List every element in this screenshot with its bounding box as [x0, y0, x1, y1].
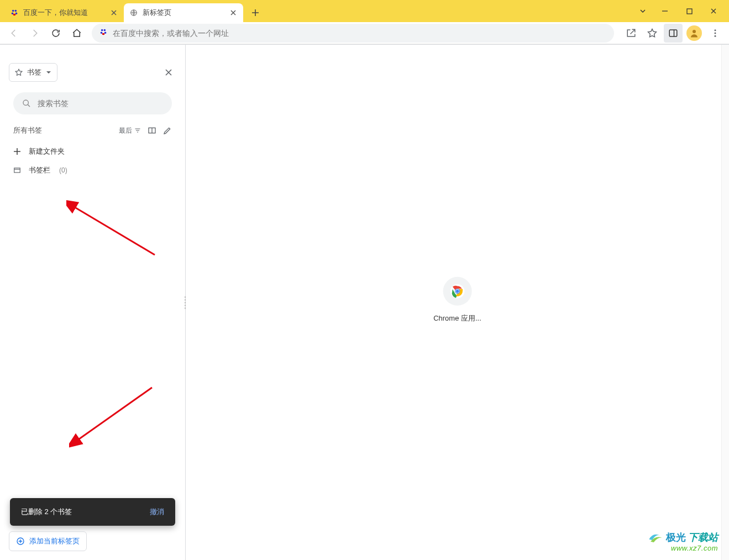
- bookmarks-search[interactable]: [13, 92, 172, 114]
- add-current-tab-button[interactable]: 添加当前标签页: [9, 531, 87, 551]
- watermark-brand-1: 极光: [666, 531, 686, 544]
- star-icon: [15, 69, 23, 76]
- watermark-swoosh-icon: [648, 531, 664, 543]
- plus-icon: [13, 148, 21, 155]
- sort-button[interactable]: 最后: [119, 126, 141, 135]
- grid-view-icon[interactable]: [148, 126, 156, 135]
- svg-point-7: [101, 29, 103, 32]
- reload-button[interactable]: [46, 24, 65, 43]
- address-bar[interactable]: [92, 24, 614, 43]
- svg-point-4: [13, 14, 16, 16]
- window-close-button[interactable]: [701, 2, 726, 20]
- globe-icon: [129, 8, 138, 17]
- scrollbar[interactable]: [721, 45, 729, 560]
- svg-point-16: [715, 35, 716, 36]
- browser-tab-baidu[interactable]: 百度一下，你就知道: [4, 3, 124, 22]
- svg-point-13: [693, 30, 696, 33]
- new-folder-label: 新建文件夹: [29, 146, 65, 156]
- svg-point-10: [104, 32, 107, 34]
- svg-line-20: [73, 206, 155, 255]
- bookmarks-dropdown[interactable]: 书签: [9, 63, 57, 82]
- filter-icon: [134, 127, 141, 134]
- new-tab-button[interactable]: [248, 5, 263, 20]
- window-minimize-button[interactable]: [653, 2, 677, 20]
- share-icon[interactable]: [622, 24, 641, 43]
- main-content: Chrome 应用... 极光下载站 www.xz7.com: [186, 45, 729, 560]
- svg-point-3: [15, 12, 18, 14]
- circle-plus-icon: [16, 537, 25, 546]
- svg-point-26: [456, 290, 459, 293]
- chrome-apps-tile[interactable]: Chrome 应用...: [433, 277, 481, 323]
- tab-search-button[interactable]: [633, 2, 653, 20]
- profile-button[interactable]: [685, 24, 704, 43]
- undo-button[interactable]: 撤消: [150, 507, 164, 517]
- content-area: 书签 所有书签 最后 新建: [0, 44, 729, 560]
- watermark-brand-2: 下载站: [688, 531, 718, 544]
- svg-point-9: [101, 32, 103, 34]
- watermark: 极光下载站 www.xz7.com: [648, 531, 718, 552]
- svg-rect-6: [687, 9, 692, 14]
- window-maximize-button[interactable]: [677, 2, 701, 20]
- home-button[interactable]: [67, 24, 86, 43]
- bookmarks-bar-count: (0): [59, 166, 67, 174]
- bookmarks-side-panel: 书签 所有书签 最后 新建: [0, 45, 186, 560]
- svg-rect-12: [669, 30, 677, 36]
- bookmark-star-icon[interactable]: [643, 24, 662, 43]
- browser-tab-newtab[interactable]: 新标签页: [124, 3, 243, 22]
- toast-message: 已删除 2 个书签: [21, 507, 72, 517]
- forward-button[interactable]: [25, 24, 44, 43]
- close-tab-icon[interactable]: [229, 8, 238, 17]
- svg-rect-19: [14, 168, 20, 172]
- svg-line-21: [77, 388, 152, 441]
- kebab-menu-icon[interactable]: [706, 24, 725, 43]
- close-panel-button[interactable]: [161, 65, 176, 80]
- bookmarks-search-input[interactable]: [38, 100, 163, 108]
- sort-label: 最后: [119, 126, 132, 135]
- tab-strip: 百度一下，你就知道 新标签页: [0, 0, 729, 22]
- add-current-label: 添加当前标签页: [29, 536, 80, 546]
- close-tab-icon[interactable]: [109, 8, 118, 17]
- bookmarks-bar-label: 书签栏: [29, 165, 50, 175]
- baidu-search-icon: [99, 28, 107, 38]
- edit-icon[interactable]: [163, 126, 172, 135]
- svg-point-14: [715, 29, 716, 31]
- app-label: Chrome 应用...: [433, 313, 481, 323]
- all-bookmarks-label: 所有书签: [13, 125, 42, 135]
- svg-point-1: [15, 10, 17, 12]
- omnibox-input[interactable]: [113, 29, 606, 38]
- caret-down-icon: [46, 70, 51, 75]
- svg-point-17: [23, 100, 28, 105]
- folder-bar-icon: [13, 166, 21, 174]
- tab-title: 新标签页: [143, 8, 171, 18]
- svg-point-11: [102, 33, 105, 35]
- svg-point-15: [715, 32, 716, 34]
- watermark-url: www.xz7.com: [648, 544, 718, 552]
- annotation-arrow-bottom: [69, 382, 163, 448]
- baidu-favicon: [10, 8, 19, 17]
- chrome-icon: [443, 277, 472, 306]
- svg-point-2: [12, 12, 14, 14]
- window-controls: [633, 0, 726, 22]
- bookmarks-bar-folder[interactable]: 书签栏 (0): [10, 161, 175, 180]
- svg-point-8: [104, 29, 106, 32]
- delete-toast: 已删除 2 个书签 撤消: [10, 498, 175, 526]
- new-folder-button[interactable]: 新建文件夹: [10, 142, 175, 161]
- side-panel-icon[interactable]: [664, 24, 683, 43]
- dropdown-label: 书签: [27, 67, 41, 77]
- search-icon: [22, 99, 31, 108]
- tab-title: 百度一下，你就知道: [23, 8, 88, 18]
- back-button[interactable]: [4, 24, 23, 43]
- profile-avatar: [686, 25, 702, 41]
- annotation-arrow-top: [66, 200, 166, 266]
- browser-toolbar: [0, 22, 729, 44]
- svg-point-0: [12, 10, 14, 12]
